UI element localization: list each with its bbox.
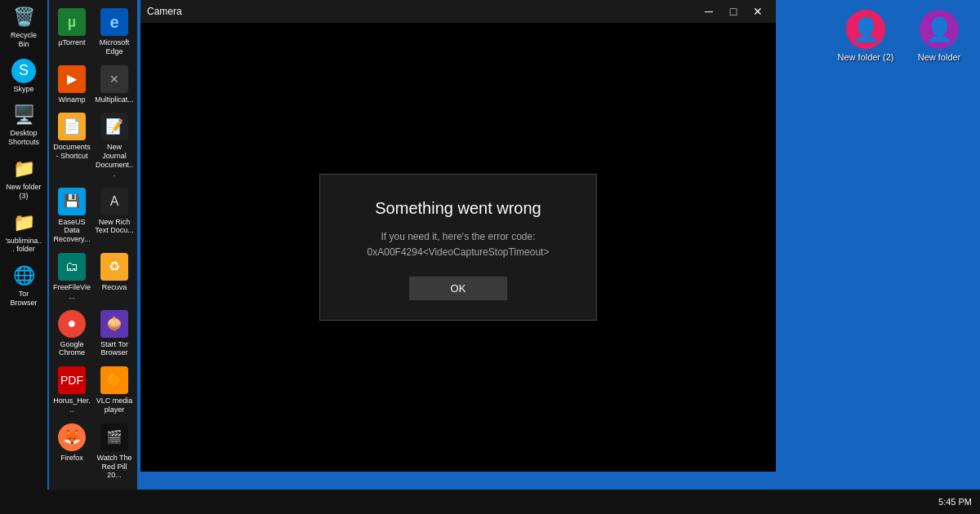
new-journal-label: New Journal Document... bbox=[95, 143, 134, 178]
tor-browser-icon: 🌐 bbox=[11, 264, 36, 288]
docs-shortcut-icon-item[interactable]: 📄 Documents - Shortcut bbox=[51, 108, 93, 182]
icon-row-2: 📄 Documents - Shortcut 📝 New Journal Doc… bbox=[51, 108, 136, 182]
taskbar-bottom: 5:45 PM bbox=[0, 490, 980, 514]
tor-browser-label: Tor Browser bbox=[5, 290, 42, 308]
sidebar-item-recycle-bin[interactable]: 🗑️ Recycle Bin bbox=[3, 0, 44, 54]
recuva-icon-item[interactable]: ♻ Recuva bbox=[93, 248, 136, 305]
icon-column: µ µTorrent e Microsoft Edge ▶ Winamp bbox=[49, 0, 137, 490]
fileview-icon: 🗂 bbox=[57, 252, 87, 281]
start-tor-label: Start Tor Browser bbox=[95, 340, 134, 358]
firefox-label: Firefox bbox=[60, 454, 83, 463]
msedge-label: Microsoft Edge bbox=[95, 38, 134, 56]
utorrent-label: µTorrent bbox=[58, 38, 85, 47]
recycle-bin-label: Recycle Bin bbox=[5, 31, 42, 49]
new-journal-icon: 📝 bbox=[100, 112, 129, 141]
subliminal-icon: 📁 bbox=[11, 210, 36, 235]
error-title: Something went wrong bbox=[375, 199, 541, 218]
ok-button[interactable]: OK bbox=[409, 277, 507, 300]
subliminal-label: 'sublimina... folder bbox=[5, 237, 42, 255]
sidebar-item-tor-browser[interactable]: 🌐 Tor Browser bbox=[3, 259, 44, 312]
camera-titlebar: Camera ─ □ ✕ bbox=[140, 0, 776, 23]
easeus-label: EaseUS Data Recovery... bbox=[52, 218, 91, 244]
sidebar-item-subliminal[interactable]: 📁 'sublimina... folder bbox=[3, 206, 44, 259]
winamp-label: Winamp bbox=[58, 95, 85, 104]
new-folder-2-label: New folder (2) bbox=[837, 52, 893, 62]
titlebar-buttons: ─ □ ✕ bbox=[697, 2, 769, 21]
chrome-icon-item[interactable]: ● Google Chrome bbox=[51, 305, 93, 362]
error-message: If you need it, here's the error code: 0… bbox=[368, 229, 550, 260]
icon-row-7: 🦊 Firefox 🎬 Watch The Red Pill 20... bbox=[51, 419, 136, 484]
start-tor-icon: 🧅 bbox=[100, 309, 129, 339]
desktop: 🗑️ Recycle Bin S Skype 🖥️ Desktop Shortc… bbox=[0, 0, 980, 514]
new-folder-right-icon: 👤 bbox=[920, 10, 959, 49]
msedge-icon-item[interactable]: e Microsoft Edge bbox=[93, 3, 136, 60]
start-tor-icon-item[interactable]: 🧅 Start Tor Browser bbox=[93, 305, 136, 362]
maximize-button[interactable]: □ bbox=[722, 2, 745, 21]
camera-title: Camera bbox=[147, 6, 182, 17]
firefox-icon-item[interactable]: 🦊 Firefox bbox=[51, 419, 93, 484]
vlc-icon: 🔶 bbox=[100, 366, 129, 395]
new-folder-3-label: New folder (3) bbox=[5, 183, 42, 201]
watch-red-pill-label: Watch The Red Pill 20... bbox=[95, 454, 134, 480]
desktop-shortcuts-icon: 🖥️ bbox=[11, 103, 36, 127]
close-button[interactable]: ✕ bbox=[746, 2, 769, 21]
msedge-icon: e bbox=[100, 7, 129, 37]
easeus-icon: 💾 bbox=[57, 187, 87, 216]
right-icons: 👤 New folder (2) 👤 New folder bbox=[776, 0, 980, 490]
vlc-label: VLC media player bbox=[95, 397, 134, 414]
right-new-folder-2[interactable]: 👤 New folder (2) bbox=[833, 7, 898, 65]
icon-row-4: 🗂 FreeFileVie... ♻ Recuva bbox=[51, 248, 136, 305]
recuva-icon: ♻ bbox=[100, 252, 129, 281]
sidebar-item-new-folder-3[interactable]: 📁 New folder (3) bbox=[3, 152, 44, 206]
vlc-icon-item[interactable]: 🔶 VLC media player bbox=[93, 361, 136, 419]
new-folder-right-label: New folder bbox=[918, 52, 961, 62]
winamp-icon: ▶ bbox=[57, 64, 87, 94]
utorrent-icon-item[interactable]: µ µTorrent bbox=[51, 3, 93, 60]
horus-label: Horus_Her... bbox=[52, 397, 91, 414]
utorrent-icon: µ bbox=[57, 7, 87, 37]
skype-label: Skype bbox=[13, 85, 33, 94]
minimize-button[interactable]: ─ bbox=[697, 2, 720, 21]
multiplicat-label: Multiplicat... bbox=[95, 95, 134, 104]
right-new-folder[interactable]: 👤 New folder bbox=[906, 7, 972, 65]
camera-body: Something went wrong If you need it, her… bbox=[140, 23, 776, 472]
left-taskbar: 🗑️ Recycle Bin S Skype 🖥️ Desktop Shortc… bbox=[0, 0, 47, 490]
icon-row-5: ● Google Chrome 🧅 Start Tor Browser bbox=[51, 305, 136, 362]
firefox-icon: 🦊 bbox=[57, 423, 87, 452]
watch-red-pill-icon-item[interactable]: 🎬 Watch The Red Pill 20... bbox=[93, 419, 136, 484]
richtext-icon-item[interactable]: A New Rich Text Docu... bbox=[93, 183, 136, 248]
richtext-icon: A bbox=[100, 187, 129, 216]
multiplicat-icon-item[interactable]: ✕ Multiplicat... bbox=[93, 60, 136, 109]
chrome-icon: ● bbox=[57, 309, 87, 339]
recycle-bin-icon: 🗑️ bbox=[11, 5, 36, 29]
icon-row-1: ▶ Winamp ✕ Multiplicat... bbox=[51, 60, 136, 109]
easeus-icon-item[interactable]: 💾 EaseUS Data Recovery... bbox=[51, 183, 93, 248]
fileview-icon-item[interactable]: 🗂 FreeFileVie... bbox=[51, 248, 93, 305]
winamp-icon-item[interactable]: ▶ Winamp bbox=[51, 60, 93, 109]
error-dialog: Something went wrong If you need it, her… bbox=[319, 174, 597, 321]
desktop-shortcuts-label: Desktop Shortcuts bbox=[5, 129, 42, 147]
docs-shortcut-icon: 📄 bbox=[57, 112, 87, 141]
new-folder-2-icon: 👤 bbox=[846, 10, 885, 49]
watch-red-pill-icon: 🎬 bbox=[100, 423, 129, 452]
sidebar-item-skype[interactable]: S Skype bbox=[3, 54, 44, 99]
new-journal-icon-item[interactable]: 📝 New Journal Document... bbox=[93, 108, 136, 182]
richtext-label: New Rich Text Docu... bbox=[95, 218, 134, 236]
multiplicat-icon: ✕ bbox=[100, 64, 129, 94]
horus-icon: PDF bbox=[57, 366, 87, 395]
camera-window: Camera ─ □ ✕ Something went wrong If you… bbox=[140, 0, 776, 472]
fileview-label: FreeFileVie... bbox=[52, 283, 91, 301]
sidebar-item-desktop-shortcuts[interactable]: 🖥️ Desktop Shortcuts bbox=[3, 98, 44, 152]
recuva-label: Recuva bbox=[102, 283, 127, 292]
icon-row-6: PDF Horus_Her... 🔶 VLC media player bbox=[51, 361, 136, 419]
new-folder-3-icon: 📁 bbox=[11, 157, 36, 181]
skype-icon: S bbox=[11, 59, 36, 83]
icon-row-3: 💾 EaseUS Data Recovery... A New Rich Tex… bbox=[51, 183, 136, 248]
docs-shortcut-label: Documents - Shortcut bbox=[52, 143, 91, 161]
chrome-label: Google Chrome bbox=[52, 340, 91, 358]
icon-row-0: µ µTorrent e Microsoft Edge bbox=[51, 3, 136, 60]
taskbar-clock: 5:45 PM bbox=[938, 497, 972, 507]
horus-icon-item[interactable]: PDF Horus_Her... bbox=[51, 361, 93, 419]
